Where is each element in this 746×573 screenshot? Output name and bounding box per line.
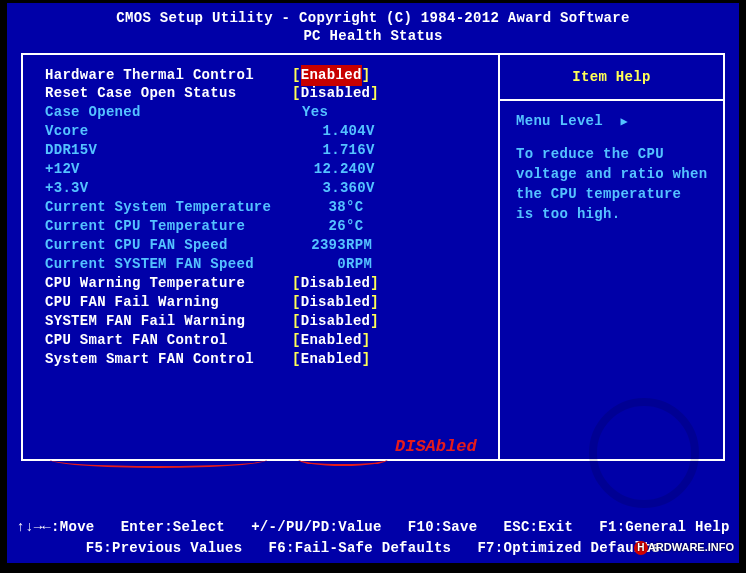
setting-row: Current CPU FAN Speed2393 RPM [45,236,492,255]
setting-value[interactable]: Disabled [301,84,371,103]
setting-value-number: 1.716 [292,141,366,160]
help-title: Item Help [506,55,717,99]
setting-row[interactable]: Hardware Thermal Control[Enabled] [45,65,492,84]
bracket-right: ] [370,274,379,293]
setting-value-unit: °C [346,217,363,236]
watermark-circle [589,398,699,508]
setting-value-number: 26 [292,217,346,236]
setting-row: +3.3V3.360V [45,179,492,198]
setting-row: Current SYSTEM FAN Speed0 RPM [45,255,492,274]
bracket-left: [ [292,350,301,369]
setting-value[interactable]: Enabled [301,65,362,86]
setting-label: CPU Smart FAN Control [45,331,292,350]
help-pane: Item Help Menu Level ▶ To reduce the CPU… [500,55,723,230]
setting-value: Yes [292,103,328,122]
setting-value-unit: V [366,160,375,179]
bracket-left: [ [292,274,301,293]
bracket-right: ] [370,312,379,331]
bracket-right: ] [362,66,371,85]
setting-label: SYSTEM FAN Fail Warning [45,312,292,331]
menu-level: Menu Level ▶ [506,99,717,138]
help-text: To reduce the CPU voltage and ratio when… [506,138,717,230]
setting-row: Current System Temperature38°C [45,198,492,217]
setting-label: +12V [45,160,292,179]
header-subtitle: PC Health Status [7,27,739,45]
menu-level-label: Menu Level [516,113,603,129]
setting-row[interactable]: Reset Case Open Status[Disabled] [45,84,492,103]
setting-value[interactable]: Disabled [301,293,371,312]
setting-value-number: 38 [292,198,346,217]
bios-header: CMOS Setup Utility - Copyright (C) 1984-… [7,3,739,45]
setting-label: Current CPU Temperature [45,217,292,236]
watermark: HARDWARE.INFO [634,541,734,555]
setting-label: Current SYSTEM FAN Speed [45,255,292,274]
bracket-right: ] [362,331,371,350]
footer-line-2: F5:Previous Values F6:Fail-Safe Defaults… [7,538,739,559]
setting-label: DDR15V [45,141,292,160]
setting-value-number: 3.360 [292,179,366,198]
setting-value-unit: RPM [346,255,372,274]
setting-row: Vcore1.404V [45,122,492,141]
setting-label: CPU FAN Fail Warning [45,293,292,312]
setting-value-unit: °C [346,198,363,217]
watermark-h-icon: H [634,541,648,555]
bracket-right: ] [370,293,379,312]
setting-label: Hardware Thermal Control [45,66,292,85]
bios-screen: CMOS Setup Utility - Copyright (C) 1984-… [7,3,739,563]
bracket-right: ] [362,350,371,369]
menu-level-arrow-icon: ▶ [620,115,628,129]
watermark-text: ARDWARE.INFO [648,541,734,553]
setting-value[interactable]: Disabled [301,274,371,293]
bracket-left: [ [292,312,301,331]
setting-row[interactable]: SYSTEM FAN Fail Warning[Disabled] [45,312,492,331]
setting-row[interactable]: CPU Smart FAN Control[Enabled] [45,331,492,350]
setting-value[interactable]: Enabled [301,331,362,350]
setting-row[interactable]: CPU Warning Temperature[Disabled] [45,274,492,293]
setting-row: Current CPU Temperature26°C [45,217,492,236]
setting-label: +3.3V [45,179,292,198]
setting-row: DDR15V1.716V [45,141,492,160]
setting-label: Current CPU FAN Speed [45,236,292,255]
bracket-left: [ [292,293,301,312]
setting-row: +12V12.240V [45,160,492,179]
bracket-left: [ [292,84,301,103]
setting-row: Case OpenedYes [45,103,492,122]
setting-value-number: 2393 [292,236,346,255]
setting-value-number: 0 [292,255,346,274]
setting-label: Current System Temperature [45,198,292,217]
setting-value[interactable]: Disabled [301,312,371,331]
setting-value-unit: V [366,122,375,141]
main-panel: Hardware Thermal Control[Enabled]Reset C… [21,53,725,461]
setting-label: Reset Case Open Status [45,84,292,103]
setting-label: CPU Warning Temperature [45,274,292,293]
settings-list[interactable]: Hardware Thermal Control[Enabled]Reset C… [23,55,498,375]
footer-hints: ↑↓→←:Move Enter:Select +/-/PU/PD:Value F… [7,517,739,559]
setting-value-number: 12.240 [292,160,366,179]
setting-row[interactable]: System Smart FAN Control[Enabled] [45,350,492,369]
bracket-left: [ [292,331,301,350]
setting-label: Vcore [45,122,292,141]
bracket-right: ] [370,84,379,103]
setting-value-unit: RPM [346,236,372,255]
setting-row[interactable]: CPU FAN Fail Warning[Disabled] [45,293,492,312]
setting-label: System Smart FAN Control [45,350,292,369]
setting-value-unit: V [366,179,375,198]
setting-value-unit: V [366,141,375,160]
setting-value-number: 1.404 [292,122,366,141]
bracket-left: [ [292,66,301,85]
header-title: CMOS Setup Utility - Copyright (C) 1984-… [7,9,739,27]
setting-value[interactable]: Enabled [301,350,362,369]
setting-label: Case Opened [45,103,292,122]
footer-line-1: ↑↓→←:Move Enter:Select +/-/PU/PD:Value F… [7,517,739,538]
